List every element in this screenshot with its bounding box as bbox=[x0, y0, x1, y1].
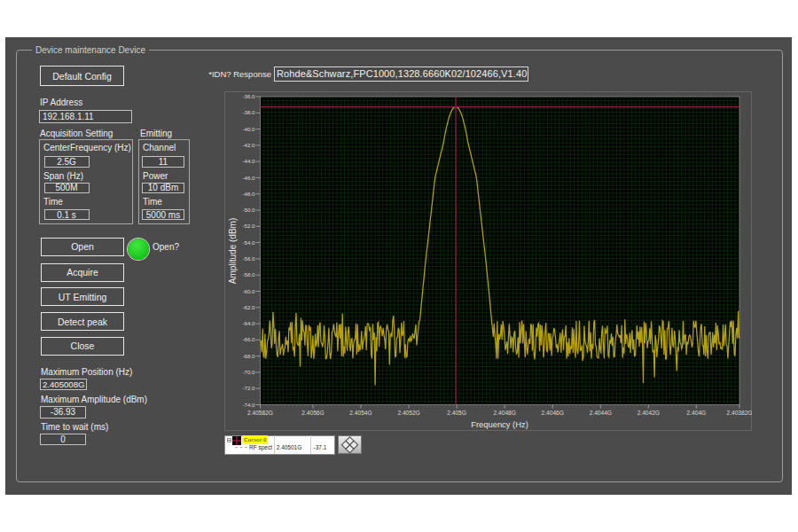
svg-text:-58.0: -58.0 bbox=[242, 271, 255, 278]
svg-text:-52.0: -52.0 bbox=[242, 223, 255, 229]
svg-text:2.405G: 2.405G bbox=[447, 410, 466, 416]
svg-text:-48.0: -48.0 bbox=[242, 191, 255, 197]
svg-text:2.40582G: 2.40582G bbox=[247, 410, 273, 416]
svg-text:-72.0: -72.0 bbox=[242, 385, 255, 391]
svg-text:-38.0: -38.0 bbox=[242, 109, 255, 115]
svg-text:-74.0: -74.0 bbox=[242, 402, 255, 408]
svg-text:-50.0: -50.0 bbox=[242, 207, 255, 213]
svg-text:2.404G: 2.404G bbox=[687, 410, 707, 416]
svg-text:2.4044G: 2.4044G bbox=[590, 410, 612, 416]
svg-text:-36.0: -36.0 bbox=[242, 93, 255, 99]
svg-text:-62.0: -62.0 bbox=[242, 304, 255, 310]
svg-text:-64.0: -64.0 bbox=[242, 320, 255, 326]
svg-text:2.4054G: 2.4054G bbox=[349, 410, 372, 416]
svg-text:-40.0: -40.0 bbox=[242, 126, 255, 132]
svg-text:-60.0: -60.0 bbox=[242, 288, 255, 294]
svg-text:2.4052G: 2.4052G bbox=[397, 410, 419, 416]
svg-text:2.4048G: 2.4048G bbox=[494, 410, 516, 416]
svg-text:2.4056G: 2.4056G bbox=[301, 410, 324, 416]
svg-text:2.4042G: 2.4042G bbox=[638, 410, 660, 416]
svg-text:-70.0: -70.0 bbox=[242, 369, 255, 375]
svg-text:-68.0: -68.0 bbox=[242, 353, 255, 359]
svg-text:-56.0: -56.0 bbox=[242, 255, 255, 262]
svg-text:2.4046G: 2.4046G bbox=[542, 410, 564, 416]
svg-text:Frequency (Hz): Frequency (Hz) bbox=[471, 419, 528, 429]
svg-text:-54.0: -54.0 bbox=[242, 239, 255, 246]
svg-text:Amplitude (dBm): Amplitude (dBm) bbox=[228, 218, 238, 284]
svg-text:-44.0: -44.0 bbox=[242, 158, 255, 164]
svg-text:2.40382G: 2.40382G bbox=[727, 410, 752, 416]
svg-text:-46.0: -46.0 bbox=[242, 175, 255, 181]
svg-text:-66.0: -66.0 bbox=[242, 336, 255, 342]
svg-text:-42.0: -42.0 bbox=[242, 142, 255, 148]
